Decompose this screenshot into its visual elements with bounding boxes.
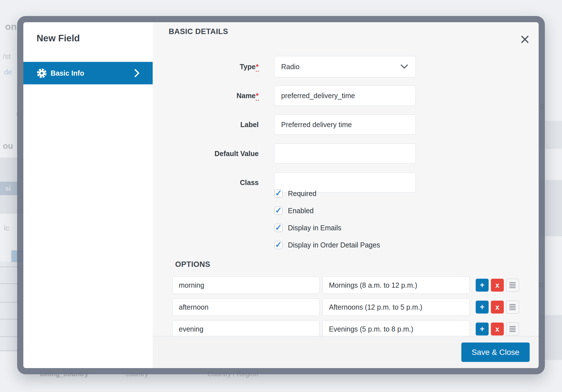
checkbox-box: ✓	[274, 241, 283, 249]
name-label: Name*	[153, 92, 259, 100]
sidebar-item-basic-info[interactable]: Basic Info	[23, 62, 153, 84]
sidebar-item-label: Basic Info	[51, 69, 84, 77]
label-label: Label	[153, 121, 259, 129]
delete-option-button[interactable]: x	[491, 301, 504, 314]
option-value-input[interactable]	[172, 320, 320, 338]
type-label: Type*	[153, 63, 259, 71]
required-checkbox[interactable]: ✓ Required	[274, 190, 316, 198]
option-row: + x	[172, 320, 519, 338]
add-option-button[interactable]: +	[476, 301, 489, 314]
close-modal-button[interactable]	[520, 34, 530, 45]
display-in-emails-checkbox[interactable]: ✓ Display in Emails	[274, 224, 341, 232]
checkbox-label: Required	[288, 190, 316, 198]
option-label-input[interactable]	[322, 298, 470, 316]
checkbox-box: ✓	[274, 207, 283, 215]
name-input[interactable]	[274, 85, 416, 106]
check-icon: ✓	[275, 241, 282, 249]
option-row: + x	[172, 276, 519, 294]
modal-sidebar: New Field Basic Info	[23, 22, 153, 368]
check-icon: ✓	[275, 206, 282, 215]
gear-icon	[37, 68, 47, 78]
chevron-right-icon	[134, 69, 140, 77]
delete-option-button[interactable]: x	[491, 323, 504, 335]
required-asterisk: *	[256, 92, 259, 101]
drag-handle[interactable]	[506, 279, 519, 292]
new-field-dialog: New Field Basic Info BASIC DETAILS	[23, 22, 539, 368]
drag-handle-icon	[509, 325, 516, 333]
default-value-label: Default Value	[153, 150, 259, 158]
option-label-input[interactable]	[322, 276, 470, 294]
type-select-value: Radio	[281, 63, 299, 71]
modal-title: New Field	[37, 33, 80, 44]
options-section-title: OPTIONS	[175, 260, 210, 269]
drag-handle-icon	[509, 281, 516, 289]
modal-footer: Save & Close	[153, 336, 539, 368]
type-select[interactable]: Radio	[274, 56, 416, 77]
option-label-input[interactable]	[322, 320, 470, 338]
label-input[interactable]	[274, 114, 416, 135]
display-in-order-detail-checkbox[interactable]: ✓ Display in Order Detail Pages	[274, 241, 380, 249]
required-asterisk: *	[256, 63, 259, 72]
check-icon: ✓	[275, 189, 282, 197]
drag-handle[interactable]	[506, 323, 519, 335]
delete-option-button[interactable]: x	[491, 279, 504, 292]
checkbox-label: Display in Emails	[288, 224, 341, 232]
add-option-button[interactable]: +	[476, 279, 489, 292]
option-value-input[interactable]	[172, 276, 320, 294]
option-value-input[interactable]	[172, 298, 320, 316]
chevron-down-icon	[400, 64, 408, 69]
default-value-input[interactable]	[274, 143, 416, 164]
drag-handle[interactable]	[506, 301, 519, 314]
new-field-modal-frame: New Field Basic Info BASIC DETAILS	[17, 16, 545, 374]
check-icon: ✓	[275, 224, 282, 232]
section-title: BASIC DETAILS	[169, 27, 228, 36]
add-option-button[interactable]: +	[476, 323, 489, 335]
checkbox-box: ✓	[274, 190, 283, 198]
basic-details-panel: BASIC DETAILS Type* Radio	[153, 22, 539, 368]
drag-handle-icon	[509, 303, 516, 311]
checkbox-label: Display in Order Detail Pages	[288, 241, 380, 249]
option-row: + x	[172, 298, 519, 316]
enabled-checkbox[interactable]: ✓ Enabled	[274, 207, 314, 215]
checkbox-label: Enabled	[288, 207, 314, 215]
checkbox-box: ✓	[274, 224, 283, 232]
close-icon	[520, 35, 529, 44]
class-label: Class	[153, 179, 259, 187]
save-and-close-button[interactable]: Save & Close	[461, 343, 530, 362]
